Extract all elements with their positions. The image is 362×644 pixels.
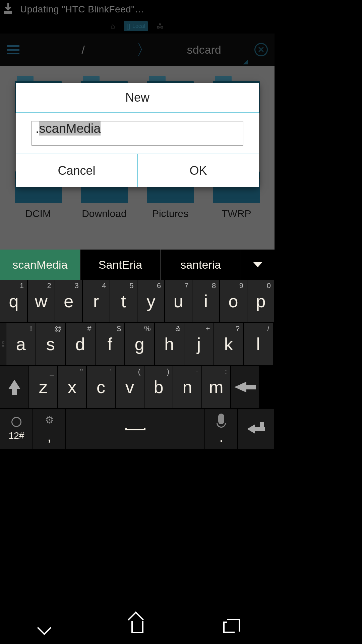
emoji-icon bbox=[11, 417, 21, 427]
menu-icon[interactable] bbox=[7, 45, 19, 54]
space-key[interactable] bbox=[66, 409, 204, 449]
suggestion-strip: scanMedia SantEria santeria bbox=[0, 250, 275, 280]
path-bar: / 〉 sdcard ✕ bbox=[0, 34, 275, 66]
key-s[interactable]: @s bbox=[36, 323, 65, 365]
chevron-down-icon bbox=[253, 262, 262, 267]
key-u[interactable]: 7u bbox=[165, 280, 192, 322]
tab-network[interactable]: 🖧 bbox=[154, 21, 167, 31]
key-f[interactable]: $f bbox=[96, 323, 125, 365]
status-text: Updating "HTC BlinkFeed"… bbox=[20, 4, 144, 15]
backspace-icon bbox=[234, 382, 256, 392]
key-z[interactable]: _z bbox=[29, 366, 57, 408]
close-icon[interactable]: ✕ bbox=[254, 43, 268, 56]
enter-key[interactable] bbox=[238, 409, 274, 449]
backspace-key[interactable] bbox=[231, 366, 259, 408]
key-b[interactable]: )b bbox=[144, 366, 173, 408]
keyboard: 1q2w3e4r5t6y7u8i9o0p XT9!a@s#d$f%g&h+j?k… bbox=[0, 280, 275, 449]
key-j[interactable]: +j bbox=[184, 323, 214, 365]
svg-rect-0 bbox=[4, 12, 12, 14]
gear-icon: ⚙ bbox=[45, 414, 54, 426]
chevron-right-icon: 〉 bbox=[134, 40, 154, 60]
key-v[interactable]: (v bbox=[116, 366, 144, 408]
shift-icon bbox=[8, 380, 20, 389]
device-icon: ▯ bbox=[126, 22, 130, 31]
key-y[interactable]: 6y bbox=[137, 280, 164, 322]
space-icon bbox=[125, 428, 145, 430]
key-t[interactable]: 5t bbox=[110, 280, 137, 322]
mic-period-key[interactable]: . bbox=[205, 409, 237, 449]
key-w[interactable]: 2w bbox=[28, 280, 55, 322]
folder-label: Pictures bbox=[152, 208, 188, 219]
key-q[interactable]: 1q bbox=[0, 280, 27, 322]
dialog-title: New bbox=[16, 83, 259, 113]
folder-label: TWRP bbox=[222, 208, 251, 219]
suggestion-more[interactable] bbox=[241, 250, 275, 280]
key-g[interactable]: %g bbox=[125, 323, 154, 365]
key-c[interactable]: 'c bbox=[87, 366, 115, 408]
cancel-button[interactable]: Cancel bbox=[16, 154, 138, 187]
shift-key[interactable] bbox=[0, 366, 28, 408]
path-root[interactable]: / bbox=[33, 43, 134, 56]
key-p[interactable]: 0p bbox=[247, 280, 274, 322]
tab-local[interactable]: ▯ Local bbox=[124, 21, 148, 31]
key-d[interactable]: #d bbox=[66, 323, 95, 365]
key-h[interactable]: &h bbox=[155, 323, 184, 365]
folder-label: DCIM bbox=[25, 208, 51, 219]
key-r[interactable]: 4r bbox=[83, 280, 110, 322]
filename-input[interactable]: .scanMedia bbox=[32, 121, 243, 146]
key-o[interactable]: 9o bbox=[220, 280, 247, 322]
home-icon: ⌂ bbox=[111, 22, 115, 31]
xt9-label: XT9 bbox=[0, 323, 6, 365]
tab-local-label: Local bbox=[132, 23, 145, 29]
network-icon: 🖧 bbox=[157, 22, 164, 31]
number-mode-label: 12# bbox=[9, 430, 24, 441]
key-l[interactable]: /l bbox=[244, 323, 273, 365]
ok-button[interactable]: OK bbox=[138, 154, 259, 187]
key-a[interactable]: !a bbox=[6, 323, 36, 365]
suggestion-item[interactable]: SantEria bbox=[80, 250, 161, 280]
tab-home[interactable]: ⌂ bbox=[108, 21, 118, 31]
key-i[interactable]: 8i bbox=[192, 280, 219, 322]
status-bar: Updating "HTC BlinkFeed"… bbox=[0, 0, 275, 19]
location-tabs: ⌂ ▯ Local 🖧 bbox=[0, 19, 275, 34]
new-dialog: New .scanMedia Cancel OK bbox=[16, 83, 259, 187]
suggestion-item[interactable]: santeria bbox=[161, 250, 241, 280]
download-icon bbox=[3, 3, 13, 16]
key-x[interactable]: "x bbox=[58, 366, 86, 408]
key-n[interactable]: -n bbox=[173, 366, 201, 408]
emoji-number-key[interactable]: 12# bbox=[0, 409, 33, 449]
folder-label: Download bbox=[82, 208, 126, 219]
comma-key[interactable]: ⚙ , bbox=[33, 409, 65, 449]
key-m[interactable]: :m bbox=[202, 366, 230, 408]
path-current[interactable]: sdcard bbox=[154, 43, 255, 56]
mic-icon bbox=[217, 414, 226, 428]
suggestion-primary[interactable]: scanMedia bbox=[0, 250, 80, 280]
dropdown-icon[interactable] bbox=[243, 60, 248, 64]
key-k[interactable]: ?k bbox=[214, 323, 243, 365]
key-e[interactable]: 3e bbox=[55, 280, 82, 322]
